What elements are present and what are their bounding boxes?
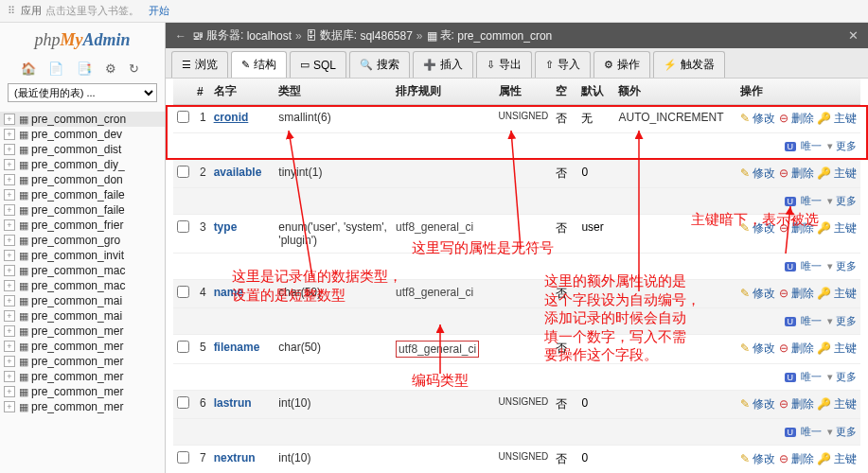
row-checkbox[interactable] xyxy=(177,111,189,123)
edit-link[interactable]: 修改 xyxy=(753,221,775,235)
expand-icon[interactable]: + xyxy=(4,310,15,322)
tab-insert[interactable]: ➕插入 xyxy=(413,51,473,78)
tree-item[interactable]: +▦pre_common_mac xyxy=(0,263,165,278)
tree-item[interactable]: +▦pre_common_diy_ xyxy=(0,157,165,172)
tree-item[interactable]: +▦pre_common_mai xyxy=(0,308,165,324)
col-fieldname[interactable]: name xyxy=(210,280,275,308)
row-checkbox[interactable] xyxy=(177,451,189,464)
unique-link[interactable]: 唯一 xyxy=(801,426,822,437)
unique-link[interactable]: 唯一 xyxy=(801,140,822,151)
unique-link[interactable]: 唯一 xyxy=(801,371,822,382)
expand-icon[interactable]: + xyxy=(4,371,15,382)
edit-link[interactable]: 修改 xyxy=(753,342,775,355)
tab-sql[interactable]: ▭SQL xyxy=(290,51,346,78)
th-extra[interactable]: 额外 xyxy=(614,79,736,105)
col-fieldname[interactable]: cronid xyxy=(210,105,275,133)
expand-icon[interactable]: + xyxy=(4,280,15,291)
tab-browse[interactable]: ☰浏览 xyxy=(171,51,228,78)
page-settings-icon[interactable]: ✕ xyxy=(848,28,859,43)
bc-db-link[interactable]: sql486587 xyxy=(360,29,412,43)
th-attr[interactable]: 属性 xyxy=(495,79,553,105)
recent-tables-select[interactable]: (最近使用的表) ... xyxy=(8,83,157,102)
row-checkbox[interactable] xyxy=(177,341,189,353)
row-checkbox[interactable] xyxy=(177,286,189,298)
row-checkbox[interactable] xyxy=(177,396,189,409)
row-checkbox[interactable] xyxy=(177,220,189,233)
bc-server-link[interactable]: localhost xyxy=(247,29,292,43)
col-fieldname[interactable]: nextrun xyxy=(210,446,275,474)
more-link[interactable]: 更多 xyxy=(836,426,857,437)
tree-item[interactable]: +▦pre_common_gro xyxy=(0,233,165,248)
col-fieldname[interactable]: filename xyxy=(210,335,275,364)
tab-import[interactable]: ⇧导入 xyxy=(535,51,591,78)
tree-item[interactable]: +▦pre_common_mer xyxy=(0,384,165,399)
tree-item[interactable]: +▦pre_common_mer xyxy=(0,354,165,369)
primarykey-link[interactable]: 主键 xyxy=(834,287,857,300)
edit-link[interactable]: 修改 xyxy=(753,112,775,125)
delete-link[interactable]: 删除 xyxy=(791,452,814,465)
edit-link[interactable]: 修改 xyxy=(753,287,775,300)
delete-link[interactable]: 删除 xyxy=(791,342,814,355)
more-link[interactable]: 更多 xyxy=(836,195,857,206)
tree-item[interactable]: +▦pre_common_cron xyxy=(0,112,165,127)
apps-grid-icon[interactable]: ⠿ xyxy=(8,5,15,17)
tree-item[interactable]: +▦pre_common_dist xyxy=(0,142,165,157)
expand-icon[interactable]: + xyxy=(4,401,15,412)
delete-link[interactable]: 删除 xyxy=(791,287,814,300)
delete-link[interactable]: 删除 xyxy=(791,166,814,180)
delete-link[interactable]: 删除 xyxy=(791,397,814,411)
expand-icon[interactable]: + xyxy=(4,129,15,140)
expand-icon[interactable]: + xyxy=(4,144,15,155)
expand-icon[interactable]: + xyxy=(4,235,15,246)
edit-link[interactable]: 修改 xyxy=(753,397,775,411)
tab-structure[interactable]: ✎结构 xyxy=(231,51,287,78)
expand-icon[interactable]: + xyxy=(4,265,15,276)
tree-item[interactable]: +▦pre_common_faile xyxy=(0,187,165,202)
expand-icon[interactable]: + xyxy=(4,325,15,337)
tree-item[interactable]: +▦pre_common_faile xyxy=(0,202,165,218)
primarykey-link[interactable]: 主键 xyxy=(834,112,857,125)
expand-icon[interactable]: + xyxy=(4,341,15,352)
tree-item[interactable]: +▦pre_common_dev xyxy=(0,127,165,142)
row-checkbox[interactable] xyxy=(177,166,189,178)
tab-triggers[interactable]: ⚡触发器 xyxy=(653,51,725,78)
delete-link[interactable]: 删除 xyxy=(791,112,814,125)
tree-item[interactable]: +▦pre_common_frier xyxy=(0,218,165,233)
more-link[interactable]: 更多 xyxy=(836,140,857,151)
more-link[interactable]: 更多 xyxy=(836,260,857,272)
tab-operations[interactable]: ⚙操作 xyxy=(593,51,650,78)
tree-item[interactable]: +▦pre_common_mac xyxy=(0,278,165,293)
expand-icon[interactable]: + xyxy=(4,159,15,170)
unique-link[interactable]: 唯一 xyxy=(801,195,822,206)
pma-logo[interactable]: phpMyAdmin xyxy=(0,23,165,58)
th-collation[interactable]: 排序规则 xyxy=(392,79,494,105)
primarykey-link[interactable]: 主键 xyxy=(834,221,857,235)
col-fieldname[interactable]: lastrun xyxy=(210,391,275,419)
edit-link[interactable]: 修改 xyxy=(753,166,775,180)
unique-link[interactable]: 唯一 xyxy=(801,315,822,326)
tree-item[interactable]: +▦pre_common_mer xyxy=(0,339,165,354)
tree-item[interactable]: +▦pre_common_mai xyxy=(0,293,165,308)
more-link[interactable]: 更多 xyxy=(836,371,857,382)
tab-export[interactable]: ⇩导出 xyxy=(476,51,532,78)
expand-icon[interactable]: + xyxy=(4,356,15,367)
primarykey-link[interactable]: 主键 xyxy=(834,397,857,411)
col-fieldname[interactable]: available xyxy=(210,160,275,188)
col-fieldname[interactable]: type xyxy=(210,215,275,254)
tree-item[interactable]: +▦pre_common_mer xyxy=(0,369,165,384)
th-name[interactable]: 名字 xyxy=(210,79,275,105)
tab-search[interactable]: 🔍搜索 xyxy=(349,51,410,78)
th-num[interactable]: # xyxy=(193,79,210,105)
th-type[interactable]: 类型 xyxy=(275,79,392,105)
apps-label[interactable]: 应用 xyxy=(21,4,42,18)
primarykey-link[interactable]: 主键 xyxy=(834,166,857,180)
bc-tbl-link[interactable]: pre_common_cron xyxy=(457,29,552,43)
tree-item[interactable]: +▦pre_common_mer xyxy=(0,324,165,339)
expand-icon[interactable]: + xyxy=(4,189,15,201)
primarykey-link[interactable]: 主键 xyxy=(834,452,857,465)
nav-toggle-icon[interactable]: ← xyxy=(175,29,186,43)
edit-link[interactable]: 修改 xyxy=(753,452,775,465)
expand-icon[interactable]: + xyxy=(4,114,15,125)
expand-icon[interactable]: + xyxy=(4,219,15,231)
unique-link[interactable]: 唯一 xyxy=(801,260,822,272)
